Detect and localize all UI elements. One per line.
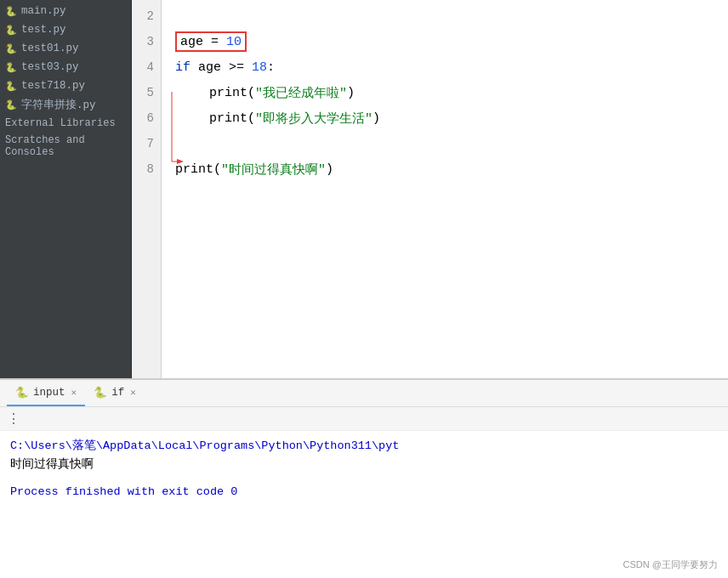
tab-input[interactable]: 🐍 input ✕ [7, 380, 85, 406]
sidebar-item-test718[interactable]: 🐍 test718.py [0, 76, 131, 95]
paren-close1: ) [347, 86, 355, 100]
python-icon: 🐍 [5, 99, 17, 110]
code-line-5: print ( "我已经成年啦" ) [175, 80, 728, 105]
var-age: age [180, 35, 203, 49]
toolbar-separator: ⋮ [7, 411, 21, 428]
console-content[interactable]: C:\Users\落笔\AppData\Local\Programs\Pytho… [0, 431, 728, 578]
line-num-2: 2 [132, 3, 154, 29]
code-line-4: if age >= 18 : [175, 54, 728, 80]
kw-if: if [175, 60, 191, 75]
console-process: Process finished with exit code 0 [10, 485, 718, 498]
str-1: "我已经成年啦" [255, 85, 347, 101]
code-line-7 [175, 131, 728, 156]
bottom-panel: 🐍 input ✕ 🐍 if ✕ ⋮ C:\Users\落笔\AppData\L… [0, 378, 728, 578]
line-num-8: 8 [132, 156, 154, 182]
tab-if-close[interactable]: ✕ [130, 387, 136, 398]
file-label: main.py [21, 5, 66, 17]
paren-close2: ) [373, 111, 380, 126]
sidebar-item-test03[interactable]: 🐍 test03.py [0, 58, 131, 76]
python-icon: 🐍 [5, 42, 17, 54]
console-path: C:\Users\落笔\AppData\Local\Programs\Pytho… [10, 438, 718, 453]
code-line-8: print ( "时间过得真快啊" ) [175, 156, 728, 182]
num-18: 18 [252, 60, 267, 75]
tab-if[interactable]: 🐍 if ✕ [85, 380, 145, 406]
python-icon: 🐍 [5, 80, 17, 92]
fn-print3: print [175, 162, 213, 177]
file-label: test01.py [21, 42, 79, 54]
line-num-3: 3 [132, 29, 154, 54]
code-line-6: print ( "即将步入大学生活" ) [175, 105, 728, 131]
file-label: test03.py [21, 61, 79, 73]
op-colon: : [267, 60, 275, 75]
editor-area: 2 3 4 5 6 7 8 age = 10 [132, 0, 728, 378]
code-lines[interactable]: age = 10 if age >= 18 : print [162, 0, 728, 378]
paren-open1: ( [247, 86, 255, 100]
python-icon: 🐍 [5, 5, 17, 17]
paren-close3: ) [326, 162, 333, 177]
sidebar-item-main[interactable]: 🐍 main.py [0, 2, 131, 20]
line-num-4: 4 [132, 54, 154, 80]
var-age2: age [198, 60, 221, 75]
sidebar: 🐍 main.py 🐍 test.py 🐍 test01.py 🐍 test03… [0, 0, 132, 378]
code-container: 2 3 4 5 6 7 8 age = 10 [132, 0, 728, 378]
sidebar-external-libraries[interactable]: External Libraries [0, 114, 131, 131]
op-equals: = [203, 35, 226, 49]
line-num-5: 5 [132, 80, 154, 105]
file-label: test.py [21, 24, 66, 36]
space [191, 60, 198, 75]
tab-input-close[interactable]: ✕ [71, 387, 77, 398]
str-3: "时间过得真快啊" [221, 162, 326, 178]
code-line-3: age = 10 [175, 29, 728, 54]
fn-print2: print [209, 111, 247, 126]
console-output: 时间过得真快啊 [10, 456, 718, 472]
fn-print1: print [209, 86, 247, 100]
tab-if-icon: 🐍 [94, 386, 107, 400]
sidebar-item-test[interactable]: 🐍 test.py [0, 20, 131, 39]
python-icon: 🐍 [5, 61, 17, 73]
sidebar-item-test01[interactable]: 🐍 test01.py [0, 39, 131, 58]
watermark: CSDN @王同学要努力 [623, 558, 718, 571]
console-toolbar: ⋮ [0, 407, 728, 431]
num-10: 10 [226, 35, 242, 49]
sidebar-item-string[interactable]: 🐍 字符串拼接.py [0, 95, 131, 114]
tab-input-label: input [33, 387, 65, 399]
main-container: 🐍 main.py 🐍 test.py 🐍 test01.py 🐍 test03… [0, 0, 728, 378]
python-icon: 🐍 [5, 24, 17, 36]
sidebar-scratches[interactable]: Scratches and Consoles [0, 131, 131, 160]
op-gte: >= [221, 60, 252, 75]
tab-input-icon: 🐍 [15, 386, 29, 400]
line-num-7: 7 [132, 131, 154, 156]
paren-open3: ( [213, 162, 221, 177]
line-numbers: 2 3 4 5 6 7 8 [132, 0, 162, 378]
file-label: 字符串拼接.py [21, 98, 96, 112]
tab-if-label: if [111, 387, 124, 399]
str-2: "即将步入大学生活" [255, 110, 373, 127]
file-label: test718.py [21, 80, 85, 92]
tabs-bar: 🐍 input ✕ 🐍 if ✕ [0, 380, 728, 407]
line-num-6: 6 [132, 105, 154, 131]
code-line-2 [175, 3, 728, 29]
paren-open2: ( [247, 111, 255, 126]
highlight-age-assignment: age = 10 [175, 31, 247, 52]
